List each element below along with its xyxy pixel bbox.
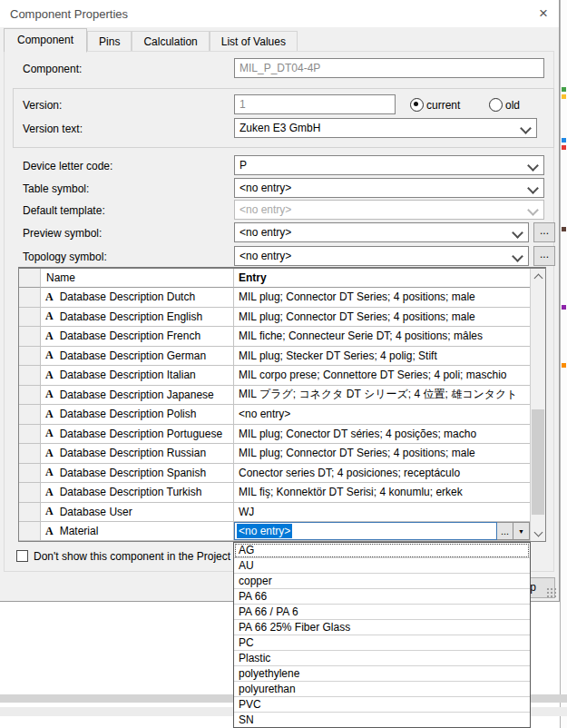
attribute-name-cell[interactable]: ADatabase User [41, 503, 234, 523]
attribute-name-text: Database Description Spanish [60, 467, 206, 479]
dropdown-option[interactable]: PA 66 25% Fiber Glass [234, 620, 530, 635]
attribute-entry-cell[interactable]: MIL plug; Connector DT Series; 4 positio… [234, 308, 530, 328]
table-row[interactable]: ADatabase Description FrenchMIL fiche; C… [19, 327, 530, 347]
close-icon[interactable]: × [533, 4, 553, 24]
table-row[interactable]: ADatabase Description Polish<no entry> [19, 405, 530, 425]
row-selector[interactable] [19, 483, 41, 503]
dropdown-option[interactable]: Plastic [234, 651, 530, 666]
dropdown-option[interactable]: SN [234, 713, 530, 727]
dropdown-option[interactable]: PVC [234, 697, 530, 713]
table-row-material[interactable]: AMaterial <no entry> ... ▼ [19, 522, 530, 541]
background-icon-fragment [562, 87, 566, 92]
attribute-entry-cell[interactable]: MIL corpo prese; Connettore DT Series; 4… [234, 366, 530, 386]
table-row[interactable]: ADatabase Description TurkishMIL fiş; Ko… [19, 483, 530, 503]
table-row[interactable]: ADatabase Description GermanMIL plug; St… [19, 347, 530, 367]
row-selector[interactable] [19, 386, 41, 406]
material-dropdown-button[interactable]: ▼ [513, 522, 530, 540]
text-attribute-icon: A [45, 466, 54, 479]
attribute-entry-cell[interactable]: MIL plug; Conector DT séries; 4 posições… [234, 425, 530, 445]
device-letter-code-label: Device letter code: [23, 160, 112, 172]
row-selector[interactable] [19, 308, 41, 328]
row-selector[interactable] [19, 327, 41, 347]
dropdown-option[interactable]: copper [234, 574, 530, 589]
attribute-entry-cell[interactable]: MIL plug; Connector DT Series; 4 positio… [234, 288, 530, 308]
tab-component[interactable]: Component [4, 28, 87, 53]
row-selector[interactable] [19, 503, 41, 523]
row-selector[interactable] [19, 405, 41, 425]
text-attribute-icon: A [45, 505, 54, 518]
table-scrollbar[interactable] [530, 269, 545, 541]
version-text-combobox[interactable]: Zuken E3 GmbH [234, 118, 537, 138]
dropdown-option[interactable]: PA 66 [234, 589, 530, 605]
table-row[interactable]: ADatabase Description SpanishConector se… [19, 464, 530, 484]
topology-symbol-combobox[interactable]: <no entry> [234, 246, 529, 266]
tab-list-of-values[interactable]: List of Values [210, 31, 298, 52]
dropdown-option[interactable]: AU [234, 558, 530, 574]
attribute-entry-cell[interactable]: MIL fiş; Konnektör DT Serisi; 4 konumlu;… [234, 483, 530, 503]
table-row[interactable]: ADatabase Description RussianMIL plug; C… [19, 444, 530, 464]
table-row[interactable]: ADatabase UserWJ [19, 503, 530, 523]
row-selector[interactable] [19, 347, 41, 367]
text-attribute-icon: A [45, 388, 54, 401]
attribute-entry-cell[interactable]: WJ [234, 503, 530, 523]
table-row[interactable]: ADatabase Description ItalianMIL corpo p… [19, 366, 530, 386]
dont-show-checkbox[interactable] [16, 550, 28, 562]
component-field[interactable]: MIL_P_DT04-4P [234, 58, 544, 78]
table-symbol-combobox[interactable]: <no entry> [234, 178, 544, 198]
dropdown-option[interactable]: polyethylene [234, 666, 530, 682]
tab-calculation[interactable]: Calculation [132, 31, 209, 52]
attribute-entry-cell[interactable]: Conector series DT; 4 posiciones; recept… [234, 464, 530, 484]
preview-symbol-browse-button[interactable]: ... [533, 222, 555, 242]
attribute-name-cell[interactable]: ADatabase Description Spanish [41, 464, 234, 484]
scrollbar-up-button[interactable] [531, 269, 545, 284]
table-row[interactable]: ADatabase Description DutchMIL plug; Con… [19, 288, 530, 308]
row-selector[interactable] [19, 444, 41, 464]
material-browse-button[interactable]: ... [497, 522, 513, 540]
attribute-name-cell[interactable]: ADatabase Description French [41, 327, 234, 347]
dropdown-option[interactable]: polyurethan [234, 682, 530, 697]
text-attribute-icon: A [45, 330, 54, 343]
attribute-name-cell[interactable]: AMaterial [41, 522, 234, 541]
attribute-entry-cell[interactable]: MIL plug; Connector DT Series; 4 positio… [234, 444, 530, 464]
tab-pins[interactable]: Pins [87, 31, 132, 52]
row-selector[interactable] [19, 366, 41, 386]
radio-old[interactable] [489, 98, 503, 112]
version-field[interactable]: 1 [234, 94, 396, 114]
attribute-name-cell[interactable]: ADatabase Description Russian [41, 444, 234, 464]
table-row[interactable]: ADatabase Description PortugueseMIL plug… [19, 425, 530, 445]
material-edit-field[interactable]: <no entry> [234, 522, 497, 540]
row-selector[interactable] [19, 288, 41, 308]
row-selector[interactable] [19, 425, 41, 445]
preview-symbol-combobox[interactable]: <no entry> [234, 222, 529, 242]
header-entry-cell[interactable]: Entry [234, 269, 530, 288]
device-letter-code-combobox[interactable]: P [234, 155, 544, 175]
dropdown-option[interactable]: PC [234, 635, 530, 651]
attribute-entry-cell[interactable]: MIL fiche; Connecteur Serie DT; 4 positi… [234, 327, 530, 347]
table-symbol-label: Table symbol: [23, 182, 89, 195]
attribute-entry-cell[interactable]: MIL plug; Stecker DT Series; 4 polig; St… [234, 347, 530, 367]
attribute-name-cell[interactable]: ADatabase Description Dutch [41, 288, 234, 308]
scrollbar-down-button[interactable] [531, 526, 545, 541]
attribute-name-cell[interactable]: ADatabase Description Polish [41, 405, 234, 425]
attribute-name-cell[interactable]: ADatabase Description Japanese [41, 386, 234, 406]
resize-grip[interactable] [545, 586, 557, 598]
attribute-entry-cell[interactable]: MIL プラグ; コネクタ DT シリーズ; 4 位置; 雄コンタクト [234, 386, 530, 406]
header-name-cell[interactable]: Name [41, 269, 234, 288]
topology-symbol-browse-button[interactable]: ... [533, 246, 555, 266]
attribute-name-cell[interactable]: ADatabase Description Italian [41, 366, 234, 386]
scrollbar-thumb[interactable] [532, 409, 544, 515]
attribute-name-cell[interactable]: ADatabase Description Turkish [41, 483, 234, 503]
table-row[interactable]: ADatabase Description EnglishMIL plug; C… [19, 308, 530, 328]
attribute-name-text: Database User [60, 506, 132, 518]
attribute-name-cell[interactable]: ADatabase Description English [41, 308, 234, 328]
attribute-grid: Name Entry ADatabase Description DutchMI… [19, 269, 530, 541]
table-row[interactable]: ADatabase Description JapaneseMIL プラグ; コ… [19, 386, 530, 406]
row-selector[interactable] [19, 522, 41, 541]
dropdown-option[interactable]: AG [234, 543, 530, 558]
attribute-name-cell[interactable]: ADatabase Description German [41, 347, 234, 367]
row-selector[interactable] [19, 464, 41, 484]
attribute-name-cell[interactable]: ADatabase Description Portuguese [41, 425, 234, 445]
radio-current[interactable] [410, 98, 424, 112]
attribute-entry-cell[interactable]: <no entry> [234, 405, 530, 425]
dropdown-option[interactable]: PA 66 / PA 6 [234, 605, 530, 620]
